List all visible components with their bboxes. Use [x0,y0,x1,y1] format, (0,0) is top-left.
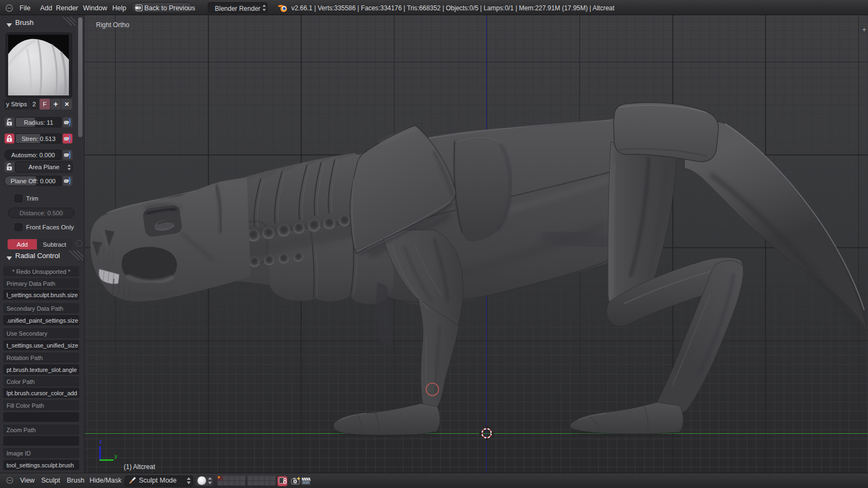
svg-text:y: y [114,453,117,459]
svg-text:z: z [99,439,102,445]
